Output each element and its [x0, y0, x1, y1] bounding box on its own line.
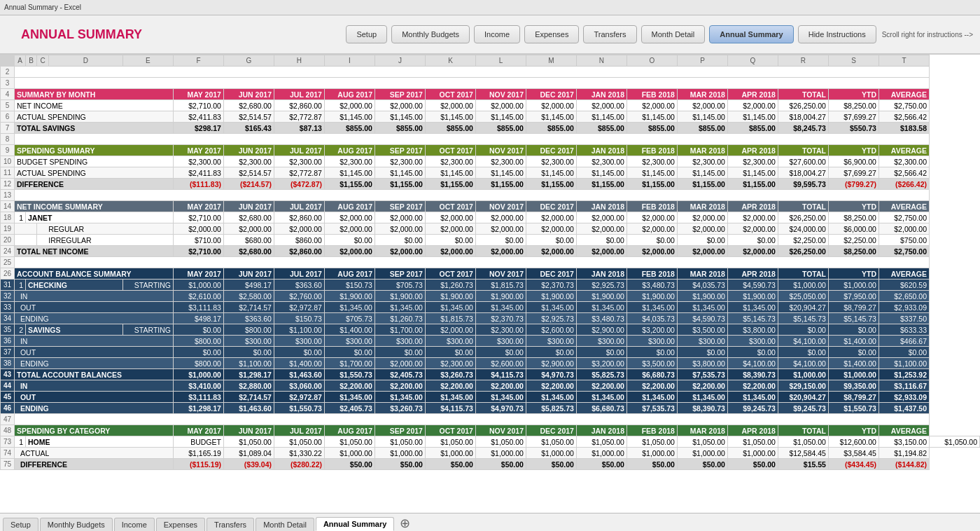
budget-spending-row: 10 BUDGET SPENDING $2,300.00 $2,300.00 $…: [1, 156, 980, 167]
hide-instructions-button[interactable]: Hide Instructions: [798, 25, 876, 43]
scroll-hint: Scroll right for instructions -->: [882, 31, 973, 39]
savings-out-row: 37 OUT $0.00 $0.00 $0.00 $0.00 $0.00 $0.…: [1, 347, 980, 358]
ribbon-right: Scroll right for instructions -->: [882, 31, 973, 39]
total-balances-starting: 43 TOTAL ACCOUNT BALANCES $1,000.00 $1,2…: [1, 369, 980, 380]
spending-by-category-header: 48 SPENDING BY CATEGORY MAY 2017 JUN 201…: [1, 425, 980, 436]
home-label-row: 73 1 HOME BUDGET $1,050.00 $1,050.00 $1,…: [1, 436, 980, 448]
tab-setup[interactable]: Setup: [3, 518, 38, 531]
empty-row-13: 13: [1, 190, 980, 201]
checking-label-row: 31 1 CHECKING STARTING $1,000.00 $498.17…: [1, 280, 980, 291]
savings-starting-row: 35 2 SAVINGS STARTING $0.00 $800.00 $1,1…: [1, 324, 980, 336]
empty-row-25: 25: [1, 257, 980, 268]
sbm-hdr-may: MAY 2017: [173, 89, 223, 100]
total-savings-row: 7 TOTAL SAVINGS $298.17 $165.43 $87.13 $…: [1, 123, 980, 134]
ribbon: ANNUAL SUMMARY Setup Monthly Budgets Inc…: [0, 15, 980, 55]
monthly-budgets-button[interactable]: Monthly Budgets: [391, 25, 470, 43]
difference-row: 12 DIFFERENCE ($111.83) ($214.57) ($472.…: [1, 179, 980, 190]
spending-actual-row: 11 ACTUAL SPENDING $2,411.83 $2,514.57 $…: [1, 167, 980, 179]
tab-month-detail[interactable]: Month Detail: [255, 518, 314, 531]
add-sheet-button[interactable]: ⊕: [396, 516, 414, 531]
empty-row-47: 47: [1, 414, 980, 425]
empty-row-8: 8: [1, 134, 980, 145]
checking-in-row: 32 IN $2,610.00 $2,580.00 $2,760.00 $1,9…: [1, 291, 980, 302]
total-balances-ending: 46 ENDING $1,298.17 $1,463.60 $1,550.73 …: [1, 403, 980, 414]
savings-in-row: 36 IN $800.00 $300.00 $300.00 $300.00 $3…: [1, 336, 980, 347]
sheet-container: A B C D E F G H I J K L M N O P Q: [0, 55, 980, 513]
total-balances-out: 45 OUT $3,111.83 $2,714.57 $2,972.87 $1,…: [1, 392, 980, 403]
spreadsheet: A B C D E F G H I J K L M N O P Q: [0, 55, 980, 470]
checking-out-row: 33 OUT $3,111.83 $2,714.57 $2,972.87 $1,…: [1, 302, 980, 313]
janet-row: 18 1 JANET $2,710.00 $2,680.00 $2,860.00…: [1, 212, 980, 223]
expenses-button[interactable]: Expenses: [524, 25, 579, 43]
transfers-button[interactable]: Transfers: [583, 25, 636, 43]
savings-ending-row: 38 ENDING $800.00 $1,100.00 $1,400.00 $1…: [1, 358, 980, 369]
tab-monthly-budgets[interactable]: Monthly Budgets: [40, 518, 113, 531]
net-income-row: 5 NET INCOME $2,710.00 $2,680.00 $2,860.…: [1, 100, 980, 111]
income-button[interactable]: Income: [474, 25, 520, 43]
empty-row-2: 2: [1, 67, 980, 78]
tab-annual-summary[interactable]: Annual Summary: [316, 517, 394, 531]
account-balance-header: 26 ACCOUNT BALANCE SUMMARY MAY 2017 JUN …: [1, 268, 980, 280]
checking-ending-row: 34 ENDING $498.17 $363.60 $150.73 $705.7…: [1, 313, 980, 324]
home-actual-row: 74 ACTUAL $1,165.19 $1,089.04 $1,330.22 …: [1, 448, 980, 459]
tab-bar: Setup Monthly Budgets Income Expenses Tr…: [0, 513, 980, 531]
summary-by-month-header: 4 SUMMARY BY MONTH MAY 2017 JUN 2017 JUL…: [1, 89, 980, 100]
annual-summary-button[interactable]: Annual Summary: [709, 25, 793, 43]
summary-by-month-label: SUMMARY BY MONTH: [14, 89, 173, 100]
regular-row: 19 REGULAR $2,000.00 $2,000.00 $2,000.00…: [1, 223, 980, 235]
net-income-summary-header: 14 NET INCOME SUMMARY MAY 2017 JUN 2017 …: [1, 201, 980, 212]
sheet-title: ANNUAL SUMMARY: [7, 27, 340, 42]
tab-transfers[interactable]: Transfers: [206, 518, 254, 531]
month-detail-button[interactable]: Month Detail: [641, 25, 706, 43]
total-net-income-row: 24 TOTAL NET INCOME $2,710.00 $2,680.00 …: [1, 246, 980, 257]
col-header-row: A B C D E F G H I J K L M N O P Q: [1, 55, 980, 67]
empty-row-3: 3: [1, 78, 980, 89]
spending-summary-header: 9 SPENDING SUMMARY MAY 2017 JUN 2017 JUL…: [1, 145, 980, 156]
tab-expenses[interactable]: Expenses: [156, 518, 205, 531]
setup-button[interactable]: Setup: [346, 25, 387, 43]
actual-spending-row: 6 ACTUAL SPENDING $2,411.83 $2,514.57 $2…: [1, 111, 980, 123]
title-bar: Annual Summary - Excel: [0, 0, 980, 15]
total-balances-in: 44 IN $3,410.00 $2,880.00 $3,060.00 $2,2…: [1, 380, 980, 392]
ribbon-buttons: Setup Monthly Budgets Income Expenses Tr…: [346, 25, 876, 43]
irregular-row: 20 IRREGULAR $710.00 $680.00 $860.00 $0.…: [1, 235, 980, 246]
sheet-scroll[interactable]: A B C D E F G H I J K L M N O P Q: [0, 55, 980, 513]
app-title: Annual Summary - Excel: [4, 4, 81, 11]
home-difference-row: 75 DIFFERENCE ($115.19) ($39.04) ($280.2…: [1, 459, 980, 470]
tab-income[interactable]: Income: [114, 518, 155, 531]
